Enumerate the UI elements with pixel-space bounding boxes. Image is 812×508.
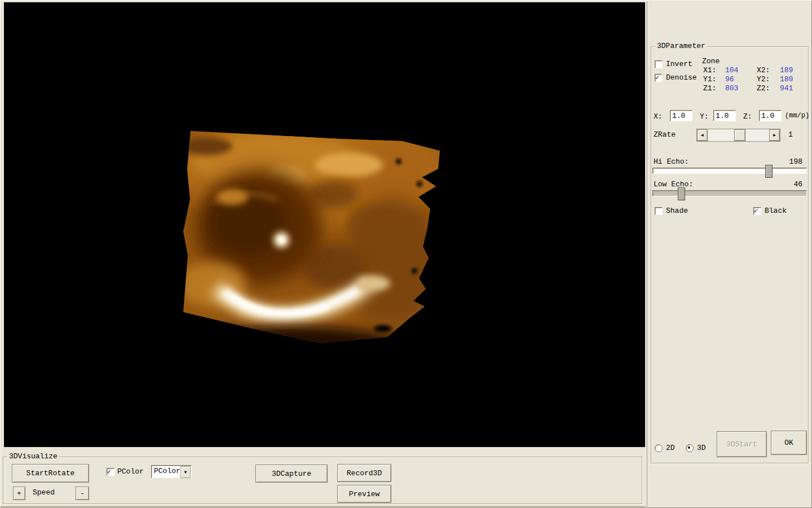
zone-z2-value: 941 [780, 85, 793, 93]
zrate-scrollbar[interactable]: ◄ ► [696, 129, 780, 142]
preview-button[interactable]: Preview [337, 485, 391, 503]
low-echo-thumb[interactable] [678, 187, 685, 200]
zrate-value: 1 [788, 131, 793, 139]
y-scale-label: Y: [700, 113, 709, 121]
zone-y1-label: Y1: [703, 76, 716, 84]
hi-echo-label: Hi Echo: [654, 158, 689, 166]
zrate-thumb[interactable] [734, 129, 745, 141]
low-echo-slider[interactable] [652, 190, 807, 196]
zone-z1-value: 803 [725, 85, 738, 93]
zrate-label: ZRate [654, 131, 676, 139]
render-viewport[interactable] [4, 2, 645, 447]
ultrasound-volume-render [4, 2, 645, 447]
hi-echo-value: 198 [775, 158, 802, 166]
pcolor-dropdown[interactable]: PColor ▼ [151, 465, 192, 478]
zone-z2-label: Z2: [757, 85, 770, 93]
start-rotate-button[interactable]: StartRotate [12, 464, 89, 483]
zone-z1-label: Z1: [703, 85, 716, 93]
3dstart-button[interactable]: 3DStart [717, 431, 767, 457]
visualize-panel: 3DVisualize StartRotate PColor PColor ▼ … [0, 449, 646, 507]
group-3dparameter: 3DParameter Invert Denoise Zone X1: 104 … [651, 46, 809, 463]
z-scale-label: Z: [743, 113, 752, 121]
pcolor-label: PColor [117, 468, 144, 476]
mode-2d-radio[interactable] [655, 444, 663, 452]
mode-2d-label: 2D [666, 444, 675, 452]
speed-plus-button[interactable]: + [13, 487, 25, 500]
pcolor-dropdown-value: PColor [154, 467, 180, 476]
zrate-left-arrow-icon[interactable]: ◄ [697, 129, 708, 141]
zone-title: Zone [702, 58, 720, 65]
group-3dvisualize: 3DVisualize StartRotate PColor PColor ▼ … [3, 457, 642, 504]
x-scale-label: X: [654, 113, 663, 121]
invert-checkbox[interactable] [655, 60, 663, 68]
zone-y1-value: 96 [725, 76, 734, 84]
black-checkbox[interactable] [753, 207, 761, 215]
mode-3d-label: 3D [697, 444, 706, 452]
hi-echo-thumb[interactable] [765, 165, 773, 178]
record3d-button[interactable]: Record3D [337, 464, 391, 482]
group-3dvisualize-title: 3DVisualize [7, 452, 59, 461]
black-label: Black [765, 207, 787, 215]
x-scale-input[interactable] [670, 110, 692, 121]
speed-minus-button[interactable]: - [76, 487, 89, 500]
shade-checkbox[interactable] [655, 207, 663, 215]
z-scale-input[interactable] [759, 110, 782, 121]
mode-3d-radio[interactable] [686, 444, 694, 452]
speed-label: Speed [33, 489, 55, 497]
parameter-panel: 3DParameter Invert Denoise Zone X1: 104 … [647, 1, 811, 507]
zone-x1-value: 104 [725, 67, 738, 75]
zrate-right-arrow-icon[interactable]: ► [769, 129, 780, 141]
group-3dparameter-title: 3DParameter [655, 42, 707, 50]
app-window: 3DParameter Invert Denoise Zone X1: 104 … [0, 0, 812, 508]
pcolor-checkbox[interactable] [107, 468, 114, 476]
hi-echo-slider[interactable] [652, 168, 807, 174]
zone-y2-label: Y2: [757, 76, 770, 84]
zone-y2-value: 180 [780, 76, 793, 84]
shade-label: Shade [666, 207, 688, 215]
denoise-label: Denoise [666, 74, 697, 82]
y-scale-input[interactable] [713, 110, 736, 121]
zone-x1-label: X1: [703, 67, 716, 75]
ok-button[interactable]: OK [771, 431, 807, 455]
scale-unit-label: (mm/p) [785, 112, 809, 120]
low-echo-label: Low Echo: [654, 181, 693, 189]
denoise-checkbox[interactable] [655, 74, 663, 82]
low-echo-value: 46 [775, 181, 802, 189]
zone-x2-value: 189 [780, 67, 793, 75]
3dcapture-button[interactable]: 3DCapture [255, 465, 328, 483]
invert-label: Invert [666, 60, 692, 68]
zone-x2-label: X2: [757, 67, 770, 75]
chevron-down-icon[interactable]: ▼ [180, 466, 191, 478]
